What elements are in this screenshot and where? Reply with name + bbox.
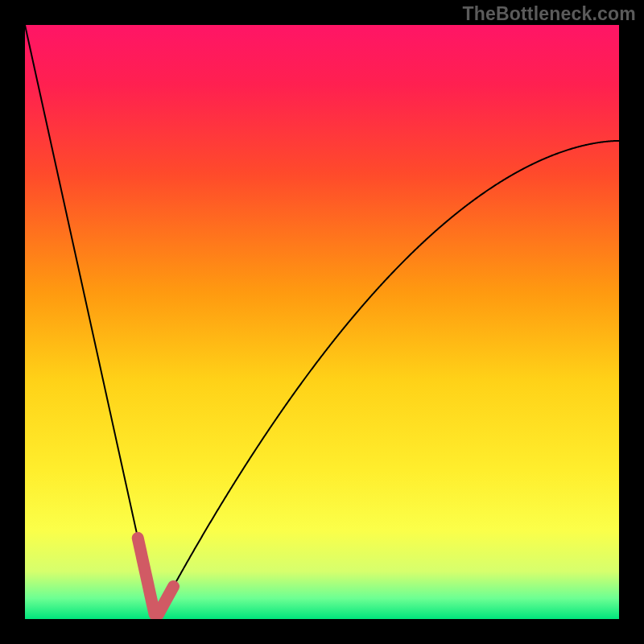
bottleneck-chart-canvas — [0, 0, 644, 644]
chart-stage: TheBottleneck.com — [0, 0, 644, 644]
watermark-text: TheBottleneck.com — [462, 3, 636, 25]
